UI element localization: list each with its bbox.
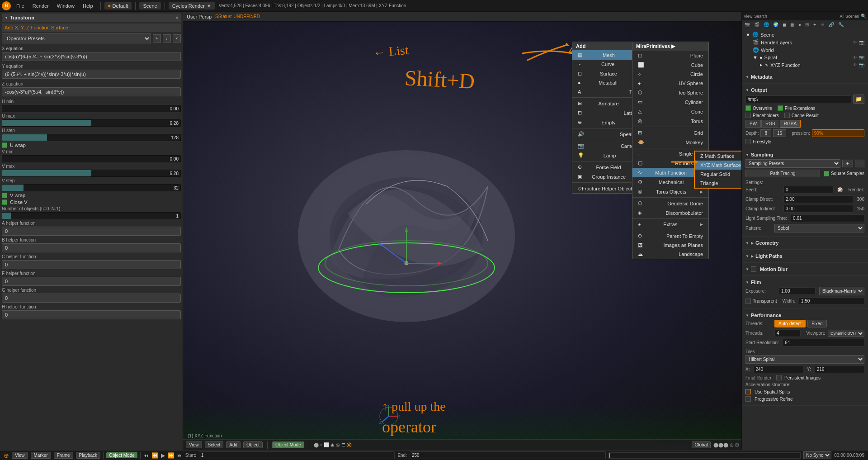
timeline-marker-btn[interactable]: Marker [31, 452, 51, 459]
end-frame[interactable]: 250 [410, 451, 606, 459]
sampling-presets-select[interactable]: Sampling Presets [745, 159, 840, 168]
tree-renderlayers[interactable]: 🎬 RenderLayers 👁 📷 [751, 38, 866, 46]
rp-icon-mesh[interactable]: ▦ [788, 21, 796, 28]
v-wrap-checkbox[interactable] [2, 193, 7, 198]
vp-global-btn[interactable]: Global [692, 441, 711, 448]
performance-header[interactable]: Performance [745, 311, 864, 320]
fileext-checkbox[interactable] [778, 105, 783, 111]
exposure-value[interactable]: 1.00 [779, 287, 816, 295]
renderlayers-cam-icon[interactable]: 📷 [859, 40, 864, 45]
viewport-bvh-select[interactable]: Dynamic BVH [828, 330, 864, 337]
scene-tree-root[interactable]: ▼ 🌐 Scene [744, 31, 866, 38]
timeline-view-btn[interactable]: View [12, 452, 28, 459]
mesh-parenttoempty[interactable]: ⊕ Parent To Empty [632, 231, 708, 241]
startres-value[interactable]: 64 [783, 339, 864, 346]
sampling-presets-remove[interactable]: - [855, 160, 864, 167]
sampling-presets-add[interactable]: + [842, 160, 853, 167]
y-equation-input[interactable] [2, 70, 181, 79]
freestyle-checkbox[interactable] [745, 139, 751, 144]
rp-icon-render[interactable]: 🎬 [752, 21, 761, 28]
mesh-uvsphere[interactable]: ● UV Sphere [632, 79, 708, 88]
close-v-checkbox[interactable] [2, 199, 7, 205]
sync-select[interactable]: No Sync [803, 451, 831, 459]
tree-xyzfunction[interactable]: ▸ ∿ XYZ Function 👁 📷 [758, 61, 866, 69]
rp-icon-camera[interactable]: 📷 [743, 21, 752, 28]
rp-tab-search[interactable]: Search [754, 14, 767, 19]
b-helper-input[interactable] [2, 243, 181, 252]
rp-icon-particles[interactable]: ✦ [811, 21, 818, 28]
mesh-torus[interactable]: ◎ Torus [632, 116, 708, 126]
overwrite-checkbox[interactable] [745, 105, 751, 111]
geometry-header[interactable]: ▶ Geometry [745, 238, 864, 247]
menu-help[interactable]: Help [79, 2, 97, 9]
vp-mode-btn[interactable]: Object Mode [272, 441, 304, 448]
start-frame[interactable]: 1 [199, 451, 395, 459]
vp-object-btn[interactable]: Object [243, 441, 263, 448]
depth-16-btn[interactable]: 16 [773, 129, 786, 137]
f-helper-input[interactable] [2, 277, 181, 286]
viewport-canvas[interactable]: ← List Shift+D ↑ pull up the operator 4 … [183, 22, 741, 450]
close-v-row[interactable]: Close V [2, 199, 181, 205]
rp-icon-texture[interactable]: ⊞ [803, 21, 811, 28]
mesh-cube[interactable]: ⬜ Cube [632, 60, 708, 70]
mesh-geodesicdome[interactable]: ⬡ Geodesic Dome [632, 199, 708, 208]
mesh-grid[interactable]: ⊞ Grid [632, 128, 708, 138]
tree-spiral[interactable]: ▼ ● Spiral 👁 📷 [751, 54, 866, 61]
xyz-eye[interactable]: 👁 [853, 62, 857, 67]
output-path-input[interactable]: /tmp\ [745, 95, 851, 103]
persistentimages-checkbox[interactable] [776, 375, 782, 380]
x-value[interactable]: 240 [753, 365, 803, 373]
tree-world[interactable]: 🌐 World [751, 46, 866, 54]
viewport[interactable]: User Persp SStatus: UNDEFINED [183, 12, 741, 450]
menu-file[interactable]: File [13, 2, 28, 9]
mesh-cylinder[interactable]: ▭ Cylinder [632, 97, 708, 107]
lightsampling-value[interactable]: 0.01 [791, 214, 864, 222]
renderlayers-eye[interactable]: 👁 [853, 40, 857, 45]
timeline-logo[interactable]: ⊕ [4, 452, 9, 459]
num-objects-slider[interactable]: 1 [2, 212, 181, 219]
cacheresult-checkbox[interactable] [784, 113, 790, 118]
rp-icon-scene[interactable]: 🌐 [762, 21, 771, 28]
timeline-playback-btn[interactable]: Playback [76, 452, 101, 459]
math-zsurface[interactable]: Z Math Surface [695, 152, 741, 161]
square-samples-checkbox[interactable] [824, 171, 829, 176]
workspace-selector[interactable]: ■ Default [104, 2, 132, 9]
h-helper-input[interactable] [2, 310, 181, 319]
timeline-play-back[interactable]: ⏪ [151, 452, 158, 459]
output-browse-btn[interactable]: 📁 [853, 95, 864, 104]
placeholders-checkbox[interactable] [745, 113, 751, 118]
panel-close[interactable]: × [176, 15, 178, 20]
timeline-track[interactable] [609, 452, 801, 459]
u-wrap-checkbox[interactable] [2, 142, 7, 148]
mesh-landscape[interactable]: ⛰ Landscape [632, 250, 708, 259]
metadata-header[interactable]: Metadata [745, 72, 864, 81]
spiral-cam[interactable]: 📷 [859, 55, 864, 60]
rp-icon-material[interactable]: ● [797, 21, 803, 28]
threads-fixed-btn[interactable]: Fixed [807, 320, 826, 327]
math-xyzsurface[interactable]: XYZ Math Surface [695, 161, 741, 170]
rp-icon-physics[interactable]: ⚛ [819, 21, 826, 28]
u-wrap-row[interactable]: U wrap [2, 142, 181, 148]
presets-save-btn[interactable]: ↓ [163, 34, 171, 43]
clamp-indirect-value[interactable]: 3.00 [783, 205, 853, 213]
u-max-slider[interactable]: 6.28 [2, 119, 181, 127]
rp-tab-view[interactable]: View [744, 14, 752, 19]
threads-autodetect-btn[interactable]: Auto-detect [774, 320, 806, 327]
pattern-select[interactable]: Sobol [774, 224, 864, 232]
y-value[interactable]: 216 [815, 365, 864, 373]
g-helper-input[interactable] [2, 294, 181, 303]
mesh-circle[interactable]: ○ Circle [632, 70, 708, 79]
lightpaths-header[interactable]: ▶ Light Paths [745, 251, 864, 261]
v-wrap-row[interactable]: V wrap [2, 193, 181, 198]
menu-render[interactable]: Render [29, 2, 52, 9]
z-equation-input[interactable] [2, 87, 181, 96]
filter-select[interactable]: Blackman-Harris [819, 287, 864, 295]
compression-value[interactable]: 90% [812, 129, 864, 137]
xyz-cam[interactable]: 📷 [859, 62, 864, 67]
c-helper-input[interactable] [2, 260, 181, 269]
engine-selector[interactable]: Cycles Render ▼ [169, 2, 215, 9]
math-triangle[interactable]: Triangle [695, 179, 741, 188]
threads-value[interactable]: 4 [774, 329, 801, 337]
timeline-play-forward[interactable]: ⏩ [168, 452, 175, 459]
timeline-frame-btn[interactable]: Frame [54, 452, 73, 459]
